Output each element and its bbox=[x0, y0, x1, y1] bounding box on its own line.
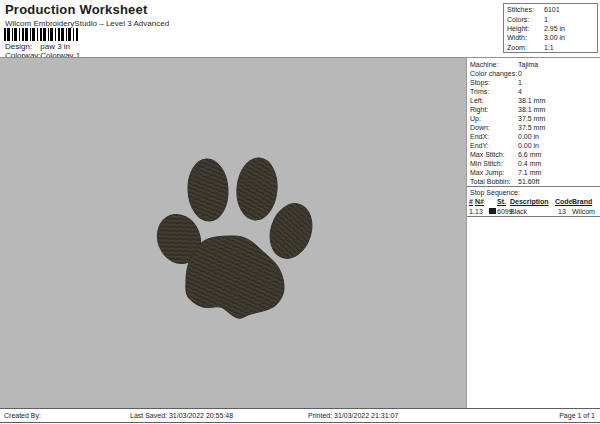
worksheet-footer: Created By: Last Saved: 31/03/2022 20:55… bbox=[0, 408, 600, 423]
stop-sequence-title: Stop Sequence: bbox=[467, 187, 600, 198]
stat-value: 51.60ft bbox=[518, 178, 539, 185]
stat-value: 38.1 mm bbox=[518, 97, 545, 104]
col-header-st: St. bbox=[497, 198, 506, 205]
stat-label: Machine: bbox=[470, 61, 518, 68]
summary-value: 1 bbox=[544, 16, 548, 23]
thread-color-swatch-icon bbox=[489, 208, 496, 214]
design-value: paw 3 in bbox=[40, 42, 70, 51]
summary-label: Colors: bbox=[507, 16, 544, 23]
summary-label: Stitches: bbox=[507, 6, 544, 13]
stat-color-changes: Color changes:0 bbox=[470, 69, 600, 78]
design-summary-box: Stitches:6101 Colors:1 Height:2.95 in Wi… bbox=[503, 3, 598, 53]
stat-label: Up: bbox=[470, 115, 518, 122]
stat-value: 38.1 mm bbox=[518, 106, 545, 113]
stat-value: 4 bbox=[518, 88, 522, 95]
summary-value: 1:1 bbox=[544, 44, 554, 51]
col-header-brand: Brand bbox=[572, 198, 592, 205]
stat-value: 0.00 in bbox=[518, 133, 539, 140]
stat-label: EndX: bbox=[470, 133, 518, 140]
app-subtitle: Wilcom EmbroideryStudio – Level 3 Advanc… bbox=[5, 19, 169, 28]
stat-right: Right:38.1 mm bbox=[470, 105, 600, 114]
stop-sequence-row: 1. 13 6099 Black 13 Wilcom bbox=[467, 207, 600, 216]
summary-row-colors: Colors:1 bbox=[504, 14, 597, 23]
stat-value: 0 bbox=[518, 70, 522, 77]
created-by-label: Created By: bbox=[4, 412, 41, 419]
stat-value: 7.1 mm bbox=[518, 169, 541, 176]
stat-total-bobbin: Total Bobbin:51.60ft bbox=[470, 177, 600, 186]
summary-row-height: Height:2.95 in bbox=[504, 24, 597, 33]
stat-value: 37.5 mm bbox=[518, 115, 545, 122]
stop-sequence-bottom-divider bbox=[467, 216, 600, 217]
stat-label: Right: bbox=[470, 106, 518, 113]
stat-left: Left:38.1 mm bbox=[470, 96, 600, 105]
stat-value: 1 bbox=[518, 79, 522, 86]
stat-down: Down:37.5 mm bbox=[470, 123, 600, 132]
stat-max-stitch: Max Stitch:6.6 mm bbox=[470, 150, 600, 159]
summary-row-width: Width:3.00 in bbox=[504, 33, 597, 42]
cell-code: 13 bbox=[558, 208, 566, 215]
last-saved-label: Last Saved: 31/03/2022 20:55:48 bbox=[130, 412, 233, 419]
col-header-code: Code bbox=[555, 198, 573, 205]
paw-main-pad bbox=[186, 236, 284, 318]
col-header-num: # bbox=[469, 198, 473, 205]
summary-value: 2.95 in bbox=[544, 25, 565, 32]
summary-value: 3.00 in bbox=[544, 34, 565, 41]
summary-label: Zoom: bbox=[507, 44, 544, 51]
stat-value: 6.6 mm bbox=[518, 151, 541, 158]
col-header-description: Description bbox=[510, 198, 549, 205]
stop-sequence-header: # N# St. Description Code Brand bbox=[467, 198, 600, 207]
stat-value: 0.00 in bbox=[518, 142, 539, 149]
stat-machine: Machine:Tajima bbox=[470, 60, 600, 69]
page-number: Page 1 of 1 bbox=[559, 412, 595, 419]
paw-embroidery-graphic bbox=[148, 152, 318, 322]
stat-max-jump: Max Jump:7.1 mm bbox=[470, 168, 600, 177]
summary-row-zoom: Zoom:1:1 bbox=[504, 43, 597, 52]
paw-toe-middle-right bbox=[234, 156, 279, 221]
design-canvas bbox=[0, 58, 466, 408]
stat-label: EndY: bbox=[470, 142, 518, 149]
stat-endy: EndY:0.00 in bbox=[470, 141, 600, 150]
stat-value: 0.4 mm bbox=[518, 160, 541, 167]
printed-label: Printed: 31/03/2022 21:31:07 bbox=[308, 412, 398, 419]
stat-label: Stops: bbox=[470, 79, 518, 86]
design-barcode-icon bbox=[4, 28, 78, 41]
cell-num: 1. bbox=[469, 208, 475, 215]
stat-label: Down: bbox=[470, 124, 518, 131]
summary-label: Height: bbox=[507, 25, 544, 32]
summary-value: 6101 bbox=[544, 6, 560, 13]
cell-description: Black bbox=[510, 208, 527, 215]
stat-label: Total Bobbin: bbox=[470, 178, 518, 185]
cell-n: 13 bbox=[475, 208, 483, 215]
stat-label: Left: bbox=[470, 97, 518, 104]
machine-info-panel: Machine:Tajima Color changes:0 Stops:1 T… bbox=[466, 58, 600, 408]
stat-min-stitch: Min Stitch:0.4 mm bbox=[470, 159, 600, 168]
stat-value: 37.5 mm bbox=[518, 124, 545, 131]
stat-trims: Trims:4 bbox=[470, 87, 600, 96]
stat-label: Max Jump: bbox=[470, 169, 518, 176]
summary-label: Width: bbox=[507, 34, 544, 41]
machine-stats-list: Machine:Tajima Color changes:0 Stops:1 T… bbox=[467, 58, 600, 186]
page-title: Production Worksheet bbox=[5, 2, 147, 17]
paw-toe-middle-left bbox=[186, 158, 229, 222]
summary-row-stitches: Stitches:6101 bbox=[504, 5, 597, 14]
stat-label: Min Stitch: bbox=[470, 160, 518, 167]
stat-label: Color changes: bbox=[470, 70, 518, 77]
stat-value: Tajima bbox=[518, 61, 538, 68]
stat-label: Trims: bbox=[470, 88, 518, 95]
stat-up: Up:37.5 mm bbox=[470, 114, 600, 123]
design-name-row: Design: paw 3 in bbox=[5, 42, 70, 51]
stat-stops: Stops:1 bbox=[470, 78, 600, 87]
stat-endx: EndX:0.00 in bbox=[470, 132, 600, 141]
stat-label: Max Stitch: bbox=[470, 151, 518, 158]
cell-brand: Wilcom bbox=[572, 208, 595, 215]
design-label: Design: bbox=[5, 42, 38, 51]
production-worksheet-page: Production Worksheet Wilcom EmbroiderySt… bbox=[0, 0, 600, 424]
col-header-n: N# bbox=[475, 198, 484, 205]
